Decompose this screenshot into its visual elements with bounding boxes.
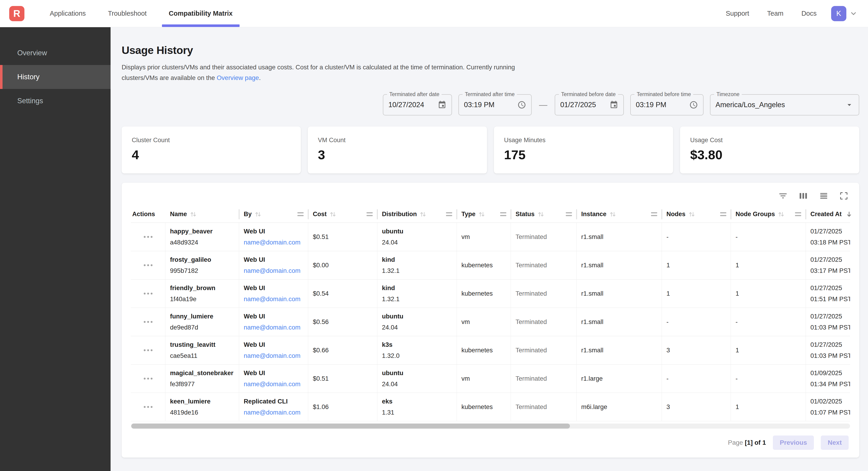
- sidebar-item-settings[interactable]: Settings: [0, 89, 111, 113]
- distribution-version: 24.04: [382, 379, 452, 390]
- sort-icon[interactable]: [537, 210, 545, 218]
- column-header[interactable]: Status: [511, 206, 577, 223]
- filter-bar: Terminated after date 10/27/2024 Termina…: [122, 94, 859, 115]
- column-menu-icon[interactable]: [792, 212, 801, 216]
- column-header[interactable]: Actions: [131, 206, 165, 223]
- column-menu-icon[interactable]: [562, 212, 572, 216]
- cell-name: frosty_galileo 995b7182: [165, 251, 239, 279]
- terminated-after-date-field[interactable]: Terminated after date 10/27/2024: [383, 94, 452, 115]
- created-time: 01:07 PM PST: [810, 407, 845, 418]
- created-by-email-link[interactable]: name@domain.com: [244, 407, 303, 418]
- column-menu-icon[interactable]: [363, 212, 373, 216]
- chevron-down-icon[interactable]: [849, 10, 858, 18]
- clock-icon[interactable]: [685, 100, 698, 109]
- sort-icon[interactable]: [688, 210, 696, 218]
- created-by-email-link[interactable]: name@domain.com: [244, 237, 303, 248]
- column-header[interactable]: Created At: [806, 206, 850, 223]
- cell-nodes: 3: [662, 336, 731, 364]
- replicated-logo[interactable]: R: [9, 6, 24, 21]
- column-header[interactable]: Node Groups: [731, 206, 806, 223]
- column-label: Node Groups: [736, 211, 775, 218]
- row-actions-button[interactable]: [131, 308, 165, 336]
- terminated-before-time-field[interactable]: Terminated before time 03:19 PM: [630, 94, 704, 115]
- nodes-value: 1: [666, 288, 726, 299]
- created-by-email-link[interactable]: name@domain.com: [244, 350, 303, 361]
- sidebar-item-history[interactable]: History: [0, 65, 111, 89]
- sort-icon[interactable]: [478, 210, 486, 218]
- column-menu-icon[interactable]: [497, 212, 506, 216]
- sort-icon[interactable]: [419, 210, 427, 218]
- row-actions-button[interactable]: [131, 336, 165, 364]
- fullscreen-icon[interactable]: [839, 191, 849, 201]
- cell-name: funny_lumiere de9ed87d: [165, 308, 239, 336]
- column-menu-icon[interactable]: [294, 212, 304, 216]
- created-by-email-link[interactable]: name@domain.com: [244, 322, 303, 333]
- sort-icon[interactable]: [254, 210, 262, 218]
- column-header[interactable]: By: [239, 206, 308, 223]
- nav-tab-compatibility-matrix[interactable]: Compatibility Matrix: [158, 0, 244, 27]
- column-menu-icon[interactable]: [443, 212, 452, 216]
- nav-tab-applications[interactable]: Applications: [39, 0, 97, 27]
- cell-name: magical_stonebraker fe3f8977: [165, 364, 239, 393]
- terminated-after-time-field[interactable]: Terminated after time 03:19 PM: [458, 94, 532, 115]
- nav-link-docs[interactable]: Docs: [793, 10, 826, 17]
- column-menu-icon[interactable]: [648, 212, 657, 216]
- column-menu-icon[interactable]: [717, 212, 726, 216]
- cluster-name: frosty_galileo: [170, 254, 234, 265]
- nav-tab-troubleshoot[interactable]: Troubleshoot: [97, 0, 158, 27]
- sidebar-item-overview[interactable]: Overview: [0, 41, 111, 65]
- column-header[interactable]: Type: [457, 206, 511, 223]
- scrollbar-thumb[interactable]: [131, 423, 570, 429]
- created-date: 01/27/2025: [810, 283, 845, 294]
- top-navigation: R Applications Troubleshoot Compatibilit…: [0, 0, 868, 27]
- next-page-button[interactable]: Next: [821, 436, 849, 450]
- column-header[interactable]: Distribution: [377, 206, 457, 223]
- column-header[interactable]: Instance: [577, 206, 662, 223]
- filter-icon[interactable]: [778, 191, 788, 201]
- sorted-desc-icon[interactable]: [845, 211, 853, 218]
- column-header[interactable]: Cost: [308, 206, 377, 223]
- row-actions-button[interactable]: [131, 251, 165, 279]
- terminated-before-date-field[interactable]: Terminated before date 01/27/2025: [555, 94, 624, 115]
- nav-link-team[interactable]: Team: [758, 10, 793, 17]
- stat-value: 3: [318, 147, 477, 162]
- stat-card-cluster-count: Cluster Count 4: [122, 126, 301, 174]
- stat-card-vm-count: VM Count 3: [308, 126, 487, 174]
- clock-icon[interactable]: [513, 100, 526, 109]
- horizontal-scrollbar[interactable]: [131, 423, 850, 429]
- dropdown-caret-icon[interactable]: [840, 100, 854, 109]
- nodes-value: 3: [666, 345, 726, 356]
- previous-page-button[interactable]: Previous: [773, 436, 814, 450]
- columns-icon[interactable]: [799, 191, 808, 201]
- table-row: trusting_leavitt cae5ea11 Web UI name@do…: [131, 336, 850, 364]
- distribution-version: 24.04: [382, 237, 452, 248]
- row-actions-button[interactable]: [131, 364, 165, 393]
- sort-icon[interactable]: [609, 210, 617, 218]
- timezone-select[interactable]: Timezone America/Los_Angeles: [710, 94, 859, 115]
- sort-icon[interactable]: [777, 210, 785, 218]
- stat-value: 4: [132, 147, 291, 162]
- cluster-id: cae5ea11: [170, 350, 234, 361]
- sort-icon[interactable]: [329, 210, 337, 218]
- column-header[interactable]: Nodes: [662, 206, 731, 223]
- distribution-name: eks: [382, 396, 452, 407]
- overview-page-link[interactable]: Overview page: [217, 74, 259, 81]
- cell-created-at: 01/02/2025 01:07 PM PST: [806, 393, 850, 421]
- row-actions-button[interactable]: [131, 223, 165, 251]
- created-by-source: Web UI: [244, 367, 303, 379]
- sort-icon[interactable]: [189, 210, 197, 218]
- created-by-email-link[interactable]: name@domain.com: [244, 379, 303, 390]
- distribution-version: 1.31: [382, 407, 452, 418]
- density-icon[interactable]: [819, 191, 828, 201]
- row-actions-button[interactable]: [131, 393, 165, 421]
- nav-link-support[interactable]: Support: [717, 10, 758, 17]
- calendar-icon[interactable]: [433, 100, 446, 109]
- cell-instance: r1.small: [577, 308, 662, 336]
- row-actions-button[interactable]: [131, 279, 165, 307]
- created-by-email-link[interactable]: name@domain.com: [244, 294, 303, 305]
- status-badge: Terminated: [516, 316, 572, 327]
- user-avatar[interactable]: K: [831, 6, 846, 21]
- column-header[interactable]: Name: [165, 206, 239, 223]
- calendar-icon[interactable]: [605, 100, 618, 109]
- created-by-email-link[interactable]: name@domain.com: [244, 265, 303, 276]
